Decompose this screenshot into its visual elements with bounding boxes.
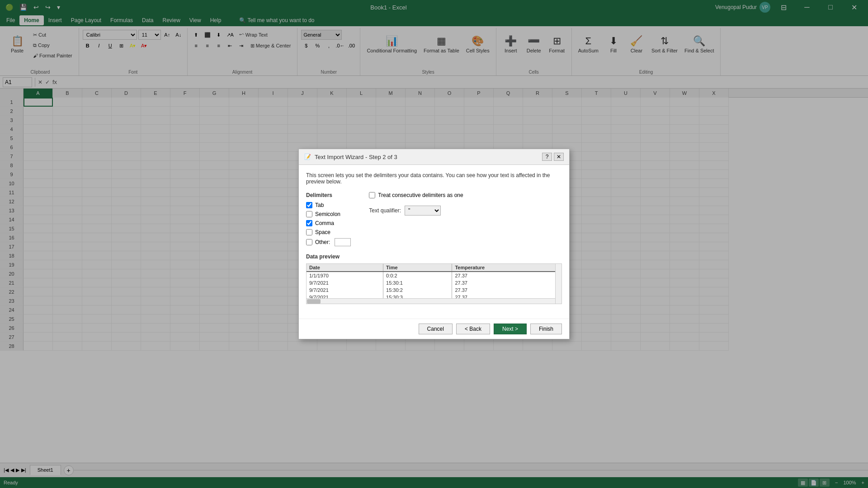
delimiters-section-title: Delimiters [306,192,351,198]
delimiter-left: Delimiters Tab Semicolon Comma [306,192,351,246]
treat-consecutive-checkbox[interactable] [369,192,375,198]
other-delimiter-input[interactable] [335,238,351,246]
text-qualifier-row: Text qualifier: " ' {none} [369,206,463,216]
dialog-body: This screen lets you set the delimiters … [299,165,569,319]
preview-header-date: Date [307,264,383,272]
preview-data-row-2: 9/7/2021 15:30:2 27.37 [307,286,561,294]
other-label: Other: [315,239,330,245]
semicolon-checkbox-row: Semicolon [306,211,351,217]
preview-header-time: Time [383,264,452,272]
back-button[interactable]: < Back [456,324,490,334]
preview-cell-temp-0: 27.37 [452,272,561,279]
preview-cell-time-2: 15:30:2 [383,286,452,294]
preview-vertical-scrollbar[interactable] [555,264,561,304]
space-checkbox[interactable] [306,229,312,235]
preview-header-temp: Temperature [452,264,561,272]
semicolon-label: Semicolon [315,211,340,217]
tab-checkbox[interactable] [306,202,312,208]
next-button[interactable]: Next > [494,324,527,334]
dialog-help-btn[interactable]: ? [542,153,552,161]
preview-header-row: Date Time Temperature [307,264,561,272]
other-checkbox-row: Other: [306,238,351,246]
cancel-button[interactable]: Cancel [419,324,453,334]
preview-cell-date-2: 9/7/2021 [307,286,383,294]
preview-cell-temp-2: 27.37 [452,286,561,294]
finish-button[interactable]: Finish [530,324,562,334]
preview-data-row-0: 1/1/1970 0:0:2 27.37 [307,272,561,279]
treat-consecutive-row: Treat consecutive delimiters as one [369,192,463,198]
tab-label: Tab [315,202,324,208]
dialog-close-btn[interactable]: ✕ [554,153,564,161]
delimiter-section: Delimiters Tab Semicolon Comma [306,192,562,246]
text-qualifier-select[interactable]: " ' {none} [405,206,441,216]
space-label: Space [315,229,330,235]
comma-checkbox-row: Comma [306,220,351,226]
text-import-wizard-dialog: 📝 Text Import Wizard - Step 2 of 3 ? ✕ T… [298,149,570,339]
preview-horizontal-scrollbar[interactable] [307,298,555,304]
preview-cell-date-0: 1/1/1970 [307,272,383,279]
preview-cell-time-0: 0:0:2 [383,272,452,279]
preview-cell-temp-1: 27.37 [452,279,561,286]
dialog-icon: 📝 [304,154,311,160]
delimiter-right: Treat consecutive delimiters as one Text… [369,192,463,246]
preview-data-row-1: 9/7/2021 15:30:1 27.37 [307,279,561,286]
other-checkbox[interactable] [306,239,312,245]
space-checkbox-row: Space [306,229,351,235]
dialog-title-buttons: ? ✕ [542,153,564,161]
dialog-title-bar: 📝 Text Import Wizard - Step 2 of 3 ? ✕ [299,149,569,165]
preview-cell-date-1: 9/7/2021 [307,279,383,286]
dialog-description: This screen lets you set the delimiters … [306,172,562,185]
dialog-footer: Cancel < Back Next > Finish [299,319,569,339]
treat-consecutive-label: Treat consecutive delimiters as one [378,192,463,198]
preview-cell-time-1: 15:30:1 [383,279,452,286]
data-preview-title: Data preview [306,253,562,260]
dialog-overlay: 📝 Text Import Wizard - Step 2 of 3 ? ✕ T… [0,0,868,488]
data-preview-section: Data preview Date Time Temperature 1/1/1… [306,253,562,304]
text-qualifier-label: Text qualifier: [369,207,401,214]
comma-label: Comma [315,220,334,226]
dialog-title: Text Import Wizard - Step 2 of 3 [315,154,397,160]
delimiter-checkboxes: Tab Semicolon Comma Space [306,202,351,246]
tab-checkbox-row: Tab [306,202,351,208]
comma-checkbox[interactable] [306,220,312,226]
data-preview-area: Date Time Temperature 1/1/1970 0:0:2 27.… [306,263,562,304]
semicolon-checkbox[interactable] [306,211,312,217]
